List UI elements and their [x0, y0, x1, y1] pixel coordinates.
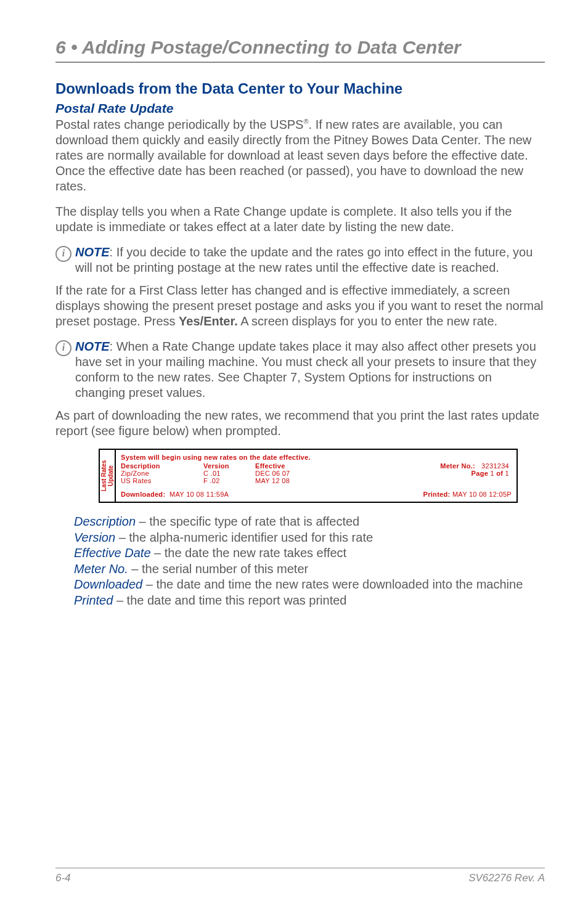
- legend-text: – the specific type of rate that is affe…: [136, 515, 359, 528]
- legend-downloaded: Downloaded – the date and time the new r…: [74, 577, 545, 593]
- page-label: Page: [472, 470, 489, 477]
- cell-eff: MAY 12 08: [255, 477, 332, 484]
- chapter-title: Adding Postage/Connecting to Data Center: [82, 37, 461, 57]
- paragraph-4: As part of downloading the new rates, we…: [55, 408, 545, 439]
- hdr-effective: Effective: [255, 462, 332, 470]
- footer-page-number: 6-4: [55, 872, 71, 884]
- report-row: US Rates F .02 MAY 12 08: [121, 477, 512, 484]
- legend-effective: Effective Date – the date the new rate t…: [74, 545, 545, 561]
- subsection-title: Postal Rate Update: [55, 101, 545, 116]
- legend-term: Meter No.: [74, 562, 128, 576]
- legend-text: – the date and time the new rates were d…: [142, 577, 523, 591]
- legend-text: – the date the new rate takes effect: [151, 546, 347, 560]
- report-title: System will begin using new rates on the…: [121, 454, 512, 461]
- hdr-version: Version: [203, 462, 255, 470]
- hdr-meter: Meter No.: 3231234: [332, 462, 512, 470]
- printed-value: MAY 10 08 12:05P: [452, 491, 512, 498]
- note-1-body: : If you decide to take the update and t…: [75, 245, 533, 274]
- cell-desc: US Rates: [121, 477, 203, 484]
- paragraph-3: If the rate for a First Class letter has…: [55, 283, 545, 329]
- info-icon: i: [55, 246, 71, 262]
- paragraph-1: Postal rates change periodically by the …: [55, 117, 545, 194]
- page-footer: 6-4 SV62276 Rev. A: [55, 868, 545, 885]
- chapter-heading: 6 • Adding Postage/Connecting to Data Ce…: [55, 37, 545, 58]
- page-a: 1: [490, 470, 494, 477]
- para3-bold: Yes/Enter.: [179, 314, 238, 328]
- legend-text: – the serial number of this meter: [128, 562, 308, 576]
- legend-term: Printed: [74, 593, 113, 607]
- legend-term: Description: [74, 515, 136, 528]
- legend-printed: Printed – the date and time this report …: [74, 593, 545, 609]
- legend-meter: Meter No. – the serial number of this me…: [74, 561, 545, 577]
- legend-description: Description – the specific type of rate …: [74, 514, 545, 530]
- note-label: NOTE: [75, 340, 110, 353]
- downloaded-label: Downloaded:: [121, 491, 165, 498]
- hdr-description: Description: [121, 462, 203, 470]
- page-b: 1: [505, 470, 509, 477]
- note-1-text: NOTE: If you decide to take the update a…: [75, 245, 545, 275]
- para1-a: Postal rates change periodically by the …: [55, 118, 303, 131]
- chapter-number: 6: [55, 37, 66, 57]
- page-info: Page 1 of 1: [332, 470, 512, 477]
- cell-eff: DEC 06 07: [255, 470, 332, 477]
- legend-text: – the alpha-numeric identifier used for …: [115, 531, 373, 544]
- cell-ver: C .01: [203, 470, 255, 477]
- para3-b: A screen displays for you to enter the n…: [238, 314, 497, 328]
- footer-rule: [55, 868, 545, 869]
- section-title: Downloads from the Data Center to Your M…: [55, 80, 545, 97]
- sidebar-line2: Update: [107, 460, 114, 492]
- cell-desc: Zip/Zone: [121, 470, 203, 477]
- reg-mark: ®: [303, 118, 308, 125]
- legend-text: – the date and time this report was prin…: [113, 593, 346, 607]
- report-footer: Downloaded: MAY 10 08 11:59A Printed: MA…: [121, 491, 512, 498]
- bullet: •: [71, 37, 82, 57]
- note-label: NOTE: [75, 245, 110, 259]
- legend-term: Version: [74, 531, 115, 544]
- report-row: Zip/Zone C .01 DEC 06 07 Page 1 of 1: [121, 470, 512, 477]
- legend-term: Downloaded: [74, 577, 142, 591]
- paragraph-2: The display tells you when a Rate Change…: [55, 204, 545, 235]
- downloaded-value: MAY 10 08 11:59A: [169, 491, 229, 498]
- cell-ver: F .02: [203, 477, 255, 484]
- page-of: of: [496, 470, 503, 477]
- printed-label: Printed:: [423, 491, 451, 498]
- meter-no: 3231234: [481, 462, 509, 470]
- legend-version: Version – the alpha-numeric identifier u…: [74, 530, 545, 546]
- note-1: i NOTE: If you decide to take the update…: [55, 245, 545, 275]
- info-icon: i: [55, 340, 71, 356]
- footer-doc-id: SV62276 Rev. A: [468, 872, 545, 884]
- sidebar-line1: Last Rates: [100, 460, 107, 492]
- note-2: i NOTE: When a Rate Change update takes …: [55, 339, 545, 401]
- report-header-row: Description Version Effective Meter No.:…: [121, 462, 512, 470]
- note2-ital: Chapter 7, System Options: [243, 370, 391, 384]
- legend: Description – the specific type of rate …: [74, 514, 545, 609]
- heading-rule: [55, 62, 545, 63]
- legend-term: Effective Date: [74, 546, 151, 560]
- report-figure: Last Rates Update System will begin usin…: [99, 449, 518, 503]
- report-sidebar: Last Rates Update: [100, 450, 116, 502]
- meter-label: Meter No.:: [440, 462, 475, 470]
- note-2-text: NOTE: When a Rate Change update takes pl…: [75, 339, 545, 401]
